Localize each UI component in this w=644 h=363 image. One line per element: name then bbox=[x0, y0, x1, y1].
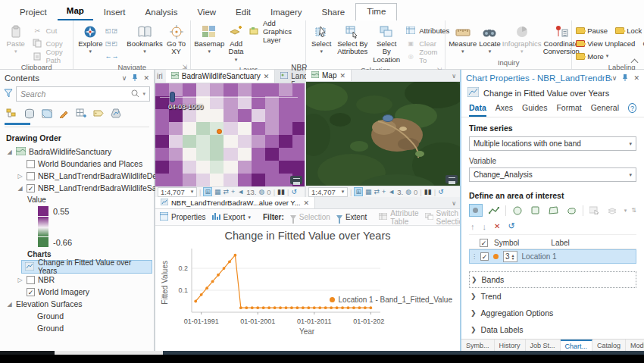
snap-toggle-icon-2[interactable]: ⊞ bbox=[354, 187, 363, 196]
select-by-attributes-button[interactable]: Select By Attributes bbox=[335, 23, 370, 58]
snap-toggle-icon[interactable]: ⊞ bbox=[203, 187, 212, 196]
layer-tree-item[interactable]: ✓World Imagery bbox=[3, 286, 151, 298]
layer-visibility-checkbox[interactable]: ✓ bbox=[27, 288, 35, 296]
pane-menu-icon[interactable]: ∨ bbox=[612, 74, 617, 82]
layer-tree-item[interactable]: ▷NBR_LandTrendrBadraWildlifeDecreasing.c… bbox=[3, 170, 151, 182]
grid-toggle-icon-2[interactable]: ▦ bbox=[365, 188, 372, 196]
globe-icon[interactable]: ◍ bbox=[258, 188, 264, 196]
ribbon-tab-analysis[interactable]: Analysis bbox=[136, 5, 187, 20]
symbol-size-stepper[interactable]: 3 ▲▼ bbox=[503, 251, 517, 262]
contents-pin-icon[interactable] bbox=[132, 74, 138, 83]
time-series-select[interactable]: Multiple locations with one band▾ bbox=[469, 136, 636, 151]
section-data-labels[interactable]: ❯Data Labels bbox=[469, 321, 636, 338]
more-labeling-button[interactable]: More▾ bbox=[574, 50, 641, 62]
crosshair-icon-2[interactable]: + bbox=[382, 188, 386, 196]
layer-visibility-checkbox[interactable] bbox=[27, 172, 35, 180]
chart-canvas[interactable]: Change in Fitted Value over Years Fitted… bbox=[155, 226, 460, 337]
crosshair-icon[interactable]: + bbox=[231, 188, 235, 196]
row-drag-handle[interactable]: ⋮ bbox=[471, 255, 476, 258]
move-down-button[interactable]: ↓ bbox=[483, 222, 487, 231]
location-visible-checkbox[interactable]: ✓ bbox=[480, 252, 489, 261]
refresh-map-icon-2[interactable]: ↺ bbox=[438, 188, 444, 196]
refresh-map-icon[interactable]: ↺ bbox=[291, 188, 297, 196]
expander-icon[interactable]: ◢ bbox=[6, 149, 13, 155]
chart-properties-tab-general[interactable]: General bbox=[591, 103, 619, 117]
filter-by-selection-button[interactable]: Selection bbox=[290, 213, 330, 221]
view-tab-map[interactable]: Map✕ bbox=[306, 70, 352, 81]
section-bands[interactable]: ❯Bands bbox=[469, 271, 636, 288]
layer-tree-item[interactable]: ◢BadraWildlifeSanctuary bbox=[3, 146, 151, 158]
select-by-location-button[interactable]: Select By Location bbox=[370, 23, 402, 65]
attributes-button[interactable]: Attributes bbox=[403, 24, 442, 36]
landtrendr-raster-map[interactable]: 04-03-1990 bbox=[155, 83, 305, 186]
ribbon-tab-time[interactable]: Time bbox=[355, 3, 397, 20]
aoi-polygon-tool[interactable] bbox=[564, 204, 578, 217]
right-map-scale-select[interactable]: 1:4,707▾ bbox=[308, 187, 348, 197]
chart-properties-tab-format[interactable]: Format bbox=[556, 103, 581, 117]
pause-drawing-icon[interactable]: ▮▮ bbox=[277, 188, 285, 196]
zoom-to-button[interactable]: ◎Zoom To bbox=[403, 50, 442, 62]
filter-funnel-icon[interactable] bbox=[4, 89, 13, 99]
layer-tree-item[interactable]: Ground bbox=[3, 310, 151, 322]
filter-by-extent-button[interactable]: Extent bbox=[336, 213, 367, 221]
ribbon-tab-edit[interactable]: Edit bbox=[227, 5, 260, 20]
fixed-zoom-icons[interactable]: ◱◲ bbox=[105, 24, 117, 36]
attribute-table-button[interactable]: Attribute Table bbox=[379, 209, 418, 226]
pause-drawing-icon-2[interactable]: ▮▮ bbox=[424, 188, 432, 196]
dock-tab-symb[interactable]: Symb... bbox=[461, 340, 495, 351]
measure-button[interactable]: Measure▾ bbox=[448, 23, 477, 56]
dock-tab-chart[interactable]: Chart... bbox=[561, 340, 593, 351]
close-chart-tab-icon[interactable]: ✕ bbox=[303, 199, 309, 207]
satellite-imagery-map[interactable] bbox=[306, 82, 460, 186]
aoi-more-caret-icon[interactable]: ▾ bbox=[624, 208, 627, 214]
layer-tree-item[interactable]: ▷NBR bbox=[3, 274, 151, 286]
list-by-selection-icon[interactable] bbox=[42, 108, 52, 120]
copy-path-button[interactable]: Copy Path bbox=[30, 50, 70, 62]
layer-tree-item[interactable]: World Boundaries and Places bbox=[3, 158, 151, 170]
select-all-checkbox[interactable]: ✓ bbox=[480, 239, 488, 247]
chart-properties-tab-data[interactable]: Data bbox=[469, 103, 486, 117]
pane-pin-icon[interactable] bbox=[622, 74, 628, 83]
map-overview-button-right[interactable] bbox=[445, 175, 458, 183]
expander-icon[interactable]: ◢ bbox=[6, 301, 13, 308]
explore-button[interactable]: Explore▾ bbox=[76, 23, 105, 56]
bookmarks-button[interactable]: Bookmarks▾ bbox=[126, 23, 164, 56]
ribbon-tab-project[interactable]: Project bbox=[11, 5, 56, 20]
list-by-data-source-icon[interactable] bbox=[24, 108, 35, 120]
list-by-labeling-icon[interactable] bbox=[93, 109, 104, 119]
flash-icon[interactable]: ◄ bbox=[237, 188, 244, 196]
aoi-select-from-map-tool[interactable] bbox=[588, 204, 602, 217]
expander-icon[interactable]: ◢ bbox=[17, 185, 23, 192]
section-trend[interactable]: ❯Trend bbox=[469, 288, 636, 305]
layer-visibility-checkbox[interactable] bbox=[27, 160, 35, 168]
view-tab-fragment[interactable]: iri bbox=[155, 70, 166, 83]
aoi-from-layer-tool[interactable] bbox=[606, 204, 620, 217]
aoi-point-tool[interactable] bbox=[469, 204, 483, 217]
left-map-scale-select[interactable]: 1:4,707▾ bbox=[158, 187, 197, 197]
section-aggregation-options[interactable]: ❯Aggregation Options bbox=[469, 305, 636, 321]
pause-label-button[interactable]: Pause bbox=[574, 24, 609, 36]
move-up-button[interactable]: ↑ bbox=[470, 222, 475, 231]
ribbon-tab-map[interactable]: Map bbox=[58, 3, 93, 20]
layer-tree-item[interactable]: ◢✓NBR_LandTrendrBadraWildlifeSanctuary.c… bbox=[3, 182, 151, 194]
close-tab-icon[interactable]: ✕ bbox=[264, 73, 270, 80]
dock-tab-jobst[interactable]: Job St... bbox=[526, 340, 561, 351]
animal-tracking-icon[interactable]: ⇄ bbox=[224, 188, 230, 196]
contents-close-icon[interactable]: ✕ bbox=[143, 74, 149, 82]
chart-tab-overflow-icon[interactable]: ∨ bbox=[448, 197, 460, 208]
expander-icon[interactable]: ▷ bbox=[17, 277, 23, 283]
chart-export-button[interactable]: Export▾ bbox=[212, 212, 251, 222]
dock-tab-catalog[interactable]: Catalog bbox=[592, 340, 626, 351]
location-symbol-swatch[interactable] bbox=[493, 254, 499, 259]
go-to-xy-button[interactable]: Go To XY bbox=[164, 23, 188, 58]
chart-properties-tab-guides[interactable]: Guides bbox=[522, 103, 547, 117]
zoom-extent-icons[interactable]: ◳◰ bbox=[105, 37, 117, 49]
close-tab-icon-2[interactable]: ✕ bbox=[339, 72, 345, 80]
animal-tracking-icon-2[interactable]: ⇄ bbox=[374, 188, 380, 196]
ribbon-tab-share[interactable]: Share bbox=[312, 5, 354, 20]
list-by-charts-icon[interactable] bbox=[111, 108, 121, 120]
collapse-ribbon-button[interactable] bbox=[632, 60, 639, 66]
flash-icon-2[interactable]: ◄ bbox=[388, 188, 395, 196]
ribbon-tab-view[interactable]: View bbox=[188, 5, 225, 20]
view-unplaced-button[interactable]: View Unplaced bbox=[574, 37, 641, 49]
